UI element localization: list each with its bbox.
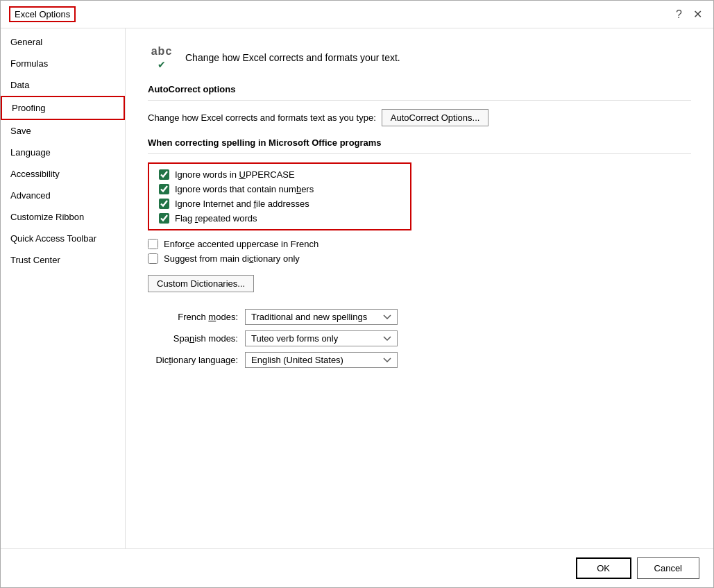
cancel-button[interactable]: Cancel <box>637 557 699 579</box>
dropdowns-container: French modes:Traditional and new spellin… <box>148 309 691 368</box>
spelling-section: When correcting spelling in Microsoft Of… <box>148 137 691 368</box>
dropdown-row-french-modes: French modes:Traditional and new spellin… <box>148 309 691 325</box>
sidebar-item-language[interactable]: Language <box>1 142 125 163</box>
spelling-section-title: When correcting spelling in Microsoft Of… <box>148 137 691 154</box>
sidebar: GeneralFormulasDataProofingSaveLanguageA… <box>1 28 126 548</box>
plain-checkbox-row-enforce-french: Enforce accented uppercase in French <box>148 239 691 249</box>
excel-options-dialog: Excel Options ? ✕ GeneralFormulasDataPro… <box>0 0 714 588</box>
checkbox-label-enforce-french: Enforce accented uppercase in French <box>164 239 318 249</box>
dropdown-row-spanish-modes: Spanish modes:Tuteo verb forms onlyVoseo… <box>148 330 691 346</box>
sidebar-item-quick-access-toolbar[interactable]: Quick Access Toolbar <box>1 228 125 249</box>
plain-checkboxes-group: Enforce accented uppercase in FrenchSugg… <box>148 239 691 264</box>
sidebar-item-data[interactable]: Data <box>1 74 125 96</box>
autocorrect-section-title: AutoCorrect options <box>148 84 691 101</box>
checkmark-icon: ✔ <box>158 59 166 70</box>
custom-dictionaries-button[interactable]: Custom Dictionaries... <box>148 275 254 292</box>
checkbox-row-ignore-numbers: Ignore words that contain numbers <box>159 184 400 194</box>
abc-icon: abc ✔ <box>148 45 176 70</box>
sidebar-item-save[interactable]: Save <box>1 120 125 142</box>
header-section: abc ✔ Change how Excel corrects and form… <box>148 45 691 70</box>
checkbox-label-ignore-numbers: Ignore words that contain numbers <box>175 184 314 194</box>
sidebar-item-advanced[interactable]: Advanced <box>1 185 125 206</box>
abc-text: abc <box>151 45 173 58</box>
sidebar-item-general[interactable]: General <box>1 31 125 53</box>
sidebar-item-accessibility[interactable]: Accessibility <box>1 163 125 185</box>
checked-checkboxes-group: Ignore words in UPPERCASEIgnore words th… <box>148 162 411 230</box>
footer: OK Cancel <box>1 548 713 587</box>
sidebar-item-customize-ribbon[interactable]: Customize Ribbon <box>1 206 125 228</box>
checkbox-row-flag-repeated: Flag repeated words <box>159 213 400 224</box>
checkbox-ignore-numbers[interactable] <box>159 184 169 194</box>
sidebar-item-formulas[interactable]: Formulas <box>1 53 125 74</box>
autocorrect-options-button[interactable]: AutoCorrect Options... <box>382 109 489 126</box>
sidebar-item-trust-center[interactable]: Trust Center <box>1 249 125 271</box>
close-button[interactable]: ✕ <box>690 8 705 22</box>
checkbox-row-ignore-internet: Ignore Internet and file addresses <box>159 199 400 209</box>
header-description: Change how Excel corrects and formats yo… <box>185 52 400 63</box>
checkbox-label-suggest-main: Suggest from main dictionary only <box>164 253 300 264</box>
checkbox-suggest-main[interactable] <box>148 253 158 264</box>
dropdown-label-french-modes: French modes: <box>148 312 238 322</box>
checkbox-flag-repeated[interactable] <box>159 213 169 224</box>
main-content: abc ✔ Change how Excel corrects and form… <box>126 28 713 548</box>
dialog-body: GeneralFormulasDataProofingSaveLanguageA… <box>1 28 713 548</box>
dropdown-french-modes[interactable]: Traditional and new spellingsTraditional… <box>245 309 398 325</box>
title-bar-controls: ? ✕ <box>673 8 705 22</box>
dialog-title: Excel Options <box>9 6 76 22</box>
checkbox-label-ignore-internet: Ignore Internet and file addresses <box>175 199 309 209</box>
checkbox-ignore-uppercase[interactable] <box>159 169 169 180</box>
autocorrect-label: Change how Excel corrects and formats te… <box>148 112 376 123</box>
sidebar-item-proofing[interactable]: Proofing <box>1 96 125 120</box>
dropdown-label-spanish-modes: Spanish modes: <box>148 333 238 344</box>
dropdown-spanish-modes[interactable]: Tuteo verb forms onlyVoseo verb formsBot… <box>245 330 398 346</box>
title-bar: Excel Options ? ✕ <box>1 1 713 28</box>
checkbox-label-flag-repeated: Flag repeated words <box>175 213 257 224</box>
dropdown-label-dictionary-language: Dictionary language: <box>148 355 238 365</box>
dropdown-row-dictionary-language: Dictionary language:English (United Stat… <box>148 352 691 368</box>
autocorrect-row: Change how Excel corrects and formats te… <box>148 109 691 126</box>
checkbox-label-ignore-uppercase: Ignore words in UPPERCASE <box>175 169 295 180</box>
help-button[interactable]: ? <box>673 8 685 22</box>
checkbox-row-ignore-uppercase: Ignore words in UPPERCASE <box>159 169 400 180</box>
plain-checkbox-row-suggest-main: Suggest from main dictionary only <box>148 253 691 264</box>
checkbox-ignore-internet[interactable] <box>159 199 169 209</box>
dropdown-dictionary-language[interactable]: English (United States)English (United K… <box>245 352 398 368</box>
ok-button[interactable]: OK <box>576 557 631 579</box>
checkbox-enforce-french[interactable] <box>148 239 158 249</box>
